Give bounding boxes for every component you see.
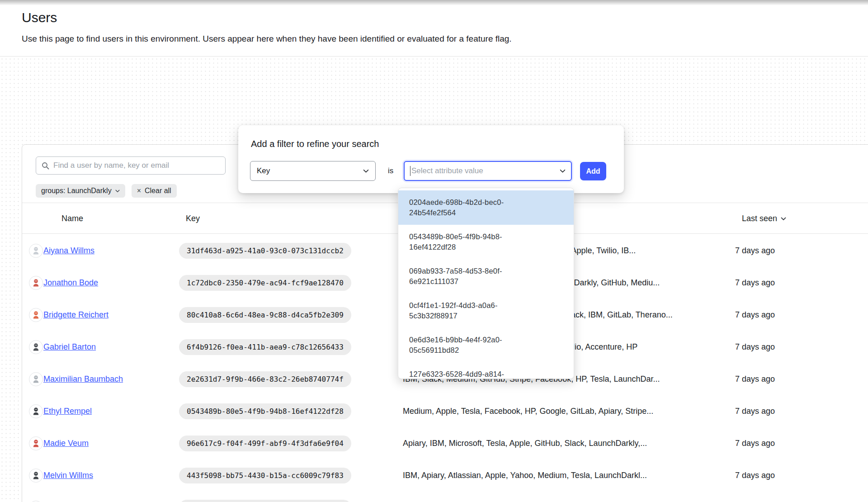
avatar — [29, 340, 43, 354]
clear-all-button[interactable]: × Clear all — [132, 184, 177, 198]
user-name-link[interactable]: Madie Veum — [43, 439, 89, 448]
avatar — [29, 308, 43, 322]
operator-label: is — [388, 166, 393, 175]
page-description: Use this page to find users in this envi… — [22, 34, 512, 44]
dropdown-option[interactable]: 0543489b-80e5-4f9b-94b8- 16ef4122df28 — [398, 225, 574, 259]
user-last-seen: 7 days ago — [735, 342, 868, 352]
avatar — [29, 404, 43, 418]
filter-chip-label: groups: LaunchDarkly — [41, 187, 112, 195]
user-key: 80c410a8-6c6d-48ea-9c88-d4ca5fb2e309 — [179, 307, 351, 323]
dropdown-option[interactable]: 127e6323-6528-4dd9-a814- — [398, 362, 574, 379]
popover-title: Add a filter to refine your search — [251, 139, 379, 149]
avatar — [29, 372, 43, 386]
table-row: Junior Hand 40c59e1c-2094-4d79-a564-d437… — [22, 492, 868, 502]
user-key: 443f5098-bb75-4430-b15a-cc6009c79f83 — [179, 468, 351, 483]
user-last-seen: 7 days ago — [735, 310, 868, 320]
column-header-last-seen[interactable]: Last seen — [742, 214, 786, 223]
user-groups: Medium, Apple, Tesla, Facebook, HP, Goog… — [403, 407, 735, 416]
search-icon — [42, 162, 49, 170]
dropdown-option[interactable]: 069ab933-7a58-4d53-8e0f- 6e921c111037 — [398, 259, 574, 294]
user-last-seen: 7 days ago — [735, 471, 868, 480]
user-name-link[interactable]: Ethyl Rempel — [43, 407, 92, 416]
attribute-value-dropdown: 0204aede-698b-4b2d-bec0- 24b54fe2f564 05… — [398, 188, 574, 379]
attribute-select-value: Key — [257, 166, 270, 175]
avatar — [29, 244, 43, 258]
add-filter-popover: Add a filter to refine your search Key i… — [238, 125, 624, 193]
user-last-seen: 7 days ago — [735, 439, 868, 448]
chevron-down-icon — [781, 217, 786, 221]
close-icon: × — [137, 187, 141, 195]
top-shadow — [0, 0, 868, 5]
attribute-value-combobox[interactable]: Select attribute value — [404, 161, 572, 181]
user-last-seen: 7 days ago — [735, 374, 868, 384]
user-name-link[interactable]: Aiyana Willms — [43, 246, 94, 255]
user-key: 31df463d-a925-41a0-93c0-073c131dccb2 — [179, 243, 351, 259]
text-cursor — [410, 166, 410, 176]
clear-all-label: Clear all — [145, 187, 171, 195]
avatar — [29, 276, 43, 290]
user-name-link[interactable]: Gabriel Barton — [43, 342, 96, 351]
filter-chip-groups[interactable]: groups: LaunchDarkly — [36, 184, 125, 198]
user-last-seen: 7 days ago — [735, 278, 868, 288]
chevron-down-icon — [560, 169, 566, 173]
user-name-link[interactable]: Bridgette Reichert — [43, 310, 108, 319]
chevron-down-icon — [363, 169, 369, 173]
user-key: 96e617c9-f04f-499f-abf9-4f3dfa6e9f04 — [179, 436, 351, 451]
attribute-value-placeholder: Select attribute value — [411, 166, 483, 175]
page-header: Users Use this page to find users in thi… — [0, 0, 868, 57]
user-key: 1c72dbc0-2350-479e-ac94-fcf9ae128470 — [179, 275, 351, 291]
attribute-select[interactable]: Key — [250, 161, 376, 181]
dropdown-option[interactable]: 0e6d3e16-b9bb-4e4f-92a0- 05c56911bd82 — [398, 328, 574, 362]
user-last-seen: 7 days ago — [735, 246, 868, 256]
dropdown-option[interactable]: 0cf4f1e1-192f-4dd3-a0a6- 5c3b32f88917 — [398, 294, 574, 328]
user-search[interactable] — [36, 156, 226, 175]
add-filter-button[interactable]: Add — [580, 162, 606, 180]
avatar — [29, 436, 43, 450]
chevron-down-icon — [115, 189, 120, 193]
table-row: Madie Veum 96e617c9-f04f-499f-abf9-4f3df… — [22, 427, 868, 459]
user-name-link[interactable]: Maximilian Baumbach — [43, 374, 123, 384]
user-key: 0543489b-80e5-4f9b-94b8-16ef4122df28 — [179, 403, 351, 419]
avatar — [29, 469, 43, 483]
page-title: Users — [22, 10, 57, 25]
column-header-key: Key — [186, 214, 200, 223]
user-key: 2e2631d7-9f9b-466e-83c2-26eb8740774f — [179, 371, 351, 387]
user-key: 40c59e1c-2094-4d79-a564-d437b44b7fd5 — [179, 500, 351, 502]
user-name-link[interactable]: Jonathon Bode — [43, 278, 98, 287]
user-groups: IBM, Apiary, Atlassian, Apple, Yahoo, Me… — [403, 471, 735, 480]
user-key: 6f4b9126-f0ea-411b-aea9-c78c12656433 — [179, 339, 351, 355]
filter-chips: groups: LaunchDarkly × Clear all — [36, 184, 177, 198]
dropdown-option[interactable]: 0204aede-698b-4b2d-bec0- 24b54fe2f564 — [398, 190, 574, 225]
column-header-name: Name — [61, 214, 83, 223]
user-groups: Apiary, IBM, Microsoft, Tesla, Apple, Gi… — [403, 439, 735, 448]
table-row: Melvin Willms 443f5098-bb75-4430-b15a-cc… — [22, 459, 868, 492]
user-last-seen: 7 days ago — [735, 407, 868, 416]
user-name-link[interactable]: Melvin Willms — [43, 471, 93, 480]
search-input[interactable] — [53, 161, 220, 170]
table-row: Ethyl Rempel 0543489b-80e5-4f9b-94b8-16e… — [22, 395, 868, 427]
